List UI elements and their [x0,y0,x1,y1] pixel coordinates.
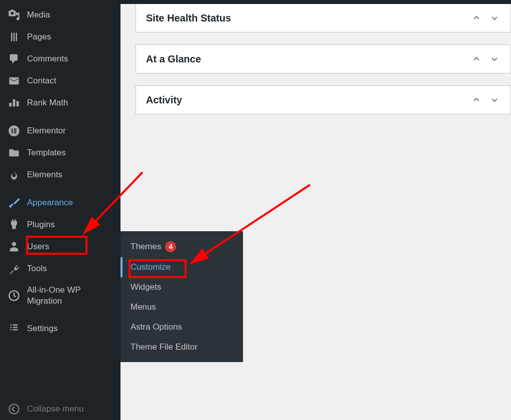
sidebar-label: Templates [27,147,66,158]
user-icon [8,241,20,253]
collapse-icon [8,403,20,415]
sidebar-item-settings[interactable]: Settings [0,318,120,340]
chart-icon [8,97,20,109]
sidebar-label: Elementor [27,125,66,136]
sidebar-label: Comments [27,53,68,64]
sidebar-item-elements[interactable]: Elements [0,164,120,186]
themes-update-badge: 4 [165,241,176,252]
appearance-submenu: Themes 4 Customize Widgets Menus Astra O… [120,231,243,362]
submenu-item-astra[interactable]: Astra Options [120,317,243,337]
sidebar-label: Settings [27,323,58,334]
sidebar-separator [0,312,120,318]
plugin-icon [8,219,20,231]
elementor-icon [8,125,20,137]
chevron-down-icon[interactable] [488,94,500,106]
sidebar-item-pages[interactable]: Pages [0,26,120,48]
sidebar-separator [0,186,120,192]
sidebar-label: Media [27,9,50,20]
sidebar-item-users[interactable]: Users [0,236,120,258]
sidebar-label: Pages [27,31,51,42]
sidebar-item-media[interactable]: Media [0,4,120,26]
widget-activity: Activity [136,85,511,114]
chevron-down-icon[interactable] [488,12,500,24]
admin-bar [0,0,511,4]
sidebar-item-contact[interactable]: Contact [0,70,120,92]
sidebar-item-tools[interactable]: Tools [0,258,120,280]
chevron-up-icon[interactable] [470,12,482,24]
sidebar-item-templates[interactable]: Templates [0,142,120,164]
wrench-icon [8,263,20,275]
chevron-up-icon[interactable] [470,53,482,65]
widget-title: At a Glance [146,53,201,65]
submenu-item-widgets[interactable]: Widgets [120,277,243,297]
admin-sidebar: Media Pages Comments Contact Rank Math E… [0,4,120,420]
migration-icon [8,290,20,302]
widget-title: Site Health Status [146,12,231,24]
folder-icon [8,147,20,159]
widget-at-a-glance: At a Glance [136,44,511,73]
collapse-label: Collapse menu [27,404,84,415]
sidebar-label: Tools [27,263,47,274]
submenu-label: Themes [130,242,161,252]
comments-icon [8,53,20,65]
sidebar-item-rankmath[interactable]: Rank Math [0,92,120,114]
sidebar-item-comments[interactable]: Comments [0,48,120,70]
settings-icon [8,323,20,335]
sidebar-label: Rank Math [27,97,68,108]
sidebar-item-plugins[interactable]: Plugins [0,214,120,236]
sidebar-label: Elements [27,169,62,180]
chevron-down-icon[interactable] [488,53,500,65]
sidebar-label: All-in-One WP Migration [27,285,112,307]
sidebar-label: Users [27,241,49,252]
contact-icon [8,75,20,87]
sidebar-item-wpmigration[interactable]: All-in-One WP Migration [0,280,120,312]
submenu-item-themes[interactable]: Themes 4 [120,236,243,257]
submenu-label: Widgets [130,282,161,292]
submenu-label: Theme File Editor [130,342,198,352]
sidebar-label: Plugins [27,219,55,230]
submenu-label: Menus [130,302,156,312]
submenu-item-menus[interactable]: Menus [120,297,243,317]
chevron-up-icon[interactable] [470,94,482,106]
sidebar-item-elementor[interactable]: Elementor [0,120,120,142]
brush-icon [8,197,20,209]
sidebar-label: Appearance [27,197,73,208]
widget-title: Activity [146,94,182,106]
flame-icon [8,169,20,181]
svg-point-2 [9,404,18,414]
pages-icon [8,31,20,43]
media-icon [8,9,20,21]
widget-site-health: Site Health Status [136,4,511,32]
sidebar-item-appearance[interactable]: Appearance [0,192,120,214]
submenu-label: Customize [130,262,170,272]
submenu-item-customize[interactable]: Customize [120,257,243,277]
submenu-item-editor[interactable]: Theme File Editor [120,337,243,357]
collapse-menu-button[interactable]: Collapse menu [0,398,120,420]
sidebar-label: Contact [27,75,56,86]
submenu-label: Astra Options [130,322,182,332]
sidebar-separator [0,114,120,120]
